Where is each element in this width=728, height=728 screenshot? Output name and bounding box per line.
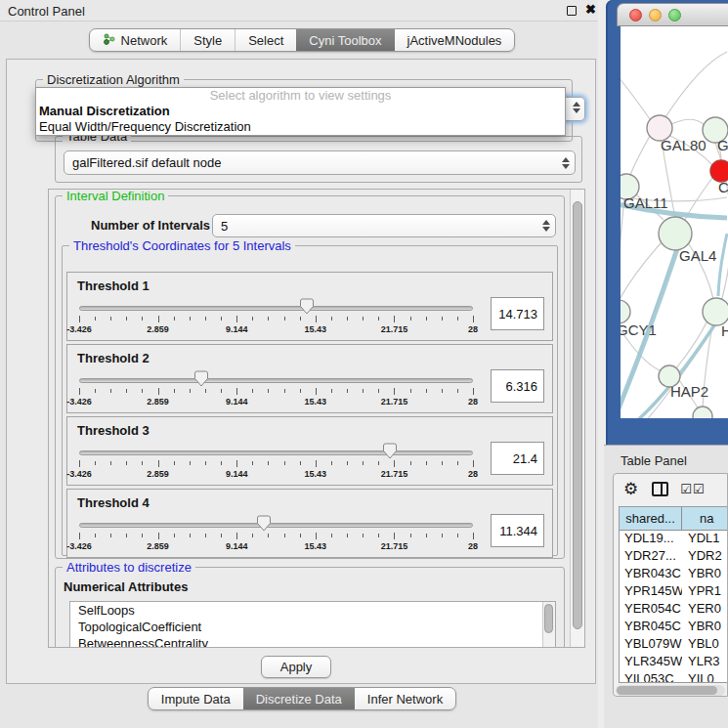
tick-label: 15.43 xyxy=(305,324,327,334)
tab-discretize-data[interactable]: Discretize Data xyxy=(243,688,355,709)
threshold-label: Threshold 1 xyxy=(77,278,150,293)
tab-label: Style xyxy=(193,33,222,48)
cell-name[interactable]: YDR2 xyxy=(682,548,727,566)
cell-shared-name[interactable]: YBR045C xyxy=(620,619,682,636)
tick-label: 2.859 xyxy=(147,541,169,551)
popup-item-equal-width-frequency[interactable]: Equal Width/Frequency Discretization xyxy=(36,119,565,135)
cell-name[interactable]: YPR1 xyxy=(682,583,727,601)
interval-definition-group: Interval Definition Number of Intervals … xyxy=(55,195,565,559)
attribute-list-item[interactable]: SelfLoops xyxy=(70,602,555,619)
table-row[interactable]: YIL053CYIL0 xyxy=(620,671,727,683)
network-edge xyxy=(621,242,662,301)
cell-shared-name[interactable]: YIL053C xyxy=(620,671,682,683)
cell-name[interactable]: YER0 xyxy=(682,601,727,619)
thresholds-group: Threshold's Coordinates for 5 Intervals … xyxy=(62,245,558,556)
numerical-attributes-list[interactable]: SelfLoopsTopologicalCoefficientBetweenne… xyxy=(69,601,556,648)
threshold-value-field[interactable]: 21.4 xyxy=(491,442,544,475)
cell-name[interactable]: YIL0 xyxy=(682,671,727,683)
slider-ticks xyxy=(79,459,473,468)
top-tab-row: NetworkStyleSelectCyni ToolboxjActiveMNo… xyxy=(0,28,604,52)
close-icon[interactable]: ✖ xyxy=(585,2,596,17)
network-canvas[interactable]: GAL80GACGAL11GAL4GCY1HHAP2 xyxy=(621,26,728,418)
threshold-slider[interactable]: -3.4262.8599.14415.4321.71528 xyxy=(79,368,473,411)
slider-track[interactable] xyxy=(79,450,473,455)
zoom-traffic-light-icon[interactable] xyxy=(668,9,681,21)
slider-thumb-icon[interactable] xyxy=(193,370,208,387)
threshold-slider[interactable]: -3.4262.8599.14415.4321.71528 xyxy=(79,296,473,339)
slider-track[interactable] xyxy=(79,306,473,311)
cell-shared-name[interactable]: YLR345W xyxy=(620,654,682,671)
close-traffic-light-icon[interactable] xyxy=(629,9,642,21)
cell-name[interactable]: YLR3 xyxy=(682,654,727,671)
network-window-titlebar[interactable] xyxy=(617,3,728,26)
tab-select[interactable]: Select xyxy=(235,29,296,51)
table-row[interactable]: YBR045CYBR0 xyxy=(620,619,727,636)
slider-tick-labels: -3.4262.8599.14415.4321.71528 xyxy=(79,324,473,336)
popup-item-manual-discretization[interactable]: Manual Discretization xyxy=(36,104,565,119)
horizontal-scrollbar[interactable] xyxy=(616,685,725,696)
table-row[interactable]: YLR345WYLR3 xyxy=(620,654,727,671)
cell-shared-name[interactable]: YER054C xyxy=(620,601,682,619)
threshold-value-field[interactable]: 14.713 xyxy=(491,297,544,330)
tick-label: 28 xyxy=(468,541,478,551)
cell-shared-name[interactable]: YDL19... xyxy=(620,531,682,548)
tick-label: 21.715 xyxy=(381,397,408,407)
vertical-scrollbar[interactable] xyxy=(570,190,584,647)
tab-style[interactable]: Style xyxy=(180,29,235,51)
tick-label: 2.859 xyxy=(147,397,169,407)
threshold-slider[interactable]: -3.4262.8599.14415.4321.71528 xyxy=(79,513,473,556)
table-row[interactable]: YBL079WYBL0 xyxy=(620,636,727,654)
attribute-list-item[interactable]: TopologicalCoefficient xyxy=(70,619,555,635)
float-window-icon[interactable] xyxy=(567,6,577,16)
tick-label: 15.43 xyxy=(305,469,327,479)
apply-button[interactable]: Apply xyxy=(261,656,331,678)
minimize-traffic-light-icon[interactable] xyxy=(649,9,662,21)
cell-name[interactable]: YBL0 xyxy=(682,636,727,654)
cell-shared-name[interactable]: YDR27... xyxy=(620,548,682,566)
network-node-h[interactable] xyxy=(703,298,728,325)
attribute-list-item[interactable]: BetweennessCentrality xyxy=(70,635,555,648)
table-data-group: Table Data galFiltered.sif default node xyxy=(55,136,582,183)
select-columns-icon[interactable]: ☑☑ xyxy=(680,482,705,496)
column-header-name[interactable]: na xyxy=(682,507,727,530)
network-node[interactable] xyxy=(693,407,712,418)
table-row[interactable]: YPR145WYPR1 xyxy=(620,583,727,601)
cell-name[interactable]: YBR0 xyxy=(682,619,727,636)
gear-icon[interactable]: ⚙ xyxy=(623,481,638,497)
tick-label: 21.715 xyxy=(381,324,408,334)
tab-jactivemnodules[interactable]: jActiveMNodules xyxy=(395,29,515,51)
slider-thumb-icon[interactable] xyxy=(299,298,314,315)
cell-name[interactable]: YBR0 xyxy=(682,566,727,583)
threshold-value-field[interactable]: 6.316 xyxy=(491,369,544,403)
tab-infer-network[interactable]: Infer Network xyxy=(355,688,455,709)
interval-definition-title: Interval Definition xyxy=(63,189,168,203)
table-row[interactable]: YDR27...YDR2 xyxy=(620,548,727,566)
cell-shared-name[interactable]: YBR043C xyxy=(620,566,682,583)
cell-name[interactable]: YDL1 xyxy=(682,531,727,548)
threshold-value-field[interactable]: 11.344 xyxy=(491,514,544,547)
table-data-combobox[interactable]: galFiltered.sif default node xyxy=(64,150,576,175)
list-scrollbar[interactable] xyxy=(542,602,555,648)
number-of-intervals-combobox[interactable]: 5 xyxy=(212,214,556,237)
tab-network[interactable]: Network xyxy=(90,29,181,51)
slider-track[interactable] xyxy=(79,378,473,383)
column-layout-icon[interactable] xyxy=(652,482,668,496)
cell-shared-name[interactable]: YBL079W xyxy=(620,636,682,654)
slider-thumb-icon[interactable] xyxy=(257,515,272,532)
slider-track[interactable] xyxy=(79,523,473,528)
cell-shared-name[interactable]: YPR145W xyxy=(620,583,682,601)
network-node-gcy1[interactable] xyxy=(621,300,630,323)
threshold-slider[interactable]: -3.4262.8599.14415.4321.71528 xyxy=(79,441,473,484)
node-label: GCY1 xyxy=(621,321,657,338)
column-header-shared-name[interactable]: shared... xyxy=(620,507,682,530)
slider-thumb-icon[interactable] xyxy=(383,443,398,459)
table-row[interactable]: YBR043CYBR0 xyxy=(620,566,727,583)
table-toolbar: ⚙ ☑☑ xyxy=(614,474,727,503)
network-icon xyxy=(103,32,116,49)
table-row[interactable]: YDL19...YDL1 xyxy=(620,531,727,548)
popup-hint-item[interactable]: Select algorithm to view settings xyxy=(36,88,565,104)
tab-cyni-toolbox[interactable]: Cyni Toolbox xyxy=(296,29,394,51)
table-row[interactable]: YER054CYER0 xyxy=(620,601,727,619)
network-node-gal4[interactable] xyxy=(659,217,692,250)
tab-impute-data[interactable]: Impute Data xyxy=(149,688,243,709)
